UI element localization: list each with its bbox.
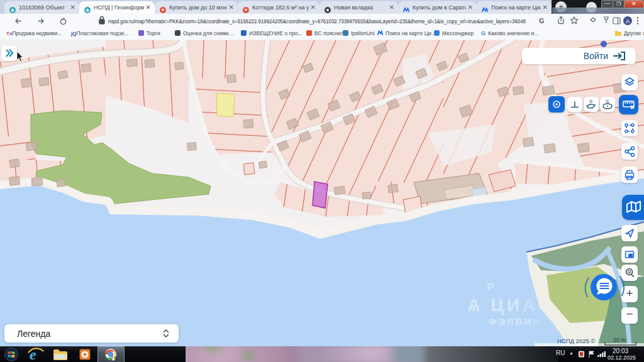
svg-text:nspd.gov.ru/map?thematic=PKK&z: nspd.gov.ru/map?thematic=PKK&zoom=18&coo…: [108, 18, 526, 25]
svg-text:А: А: [626, 18, 630, 25]
svg-text:G: G: [539, 17, 545, 25]
svg-text:S: S: [589, 99, 592, 104]
